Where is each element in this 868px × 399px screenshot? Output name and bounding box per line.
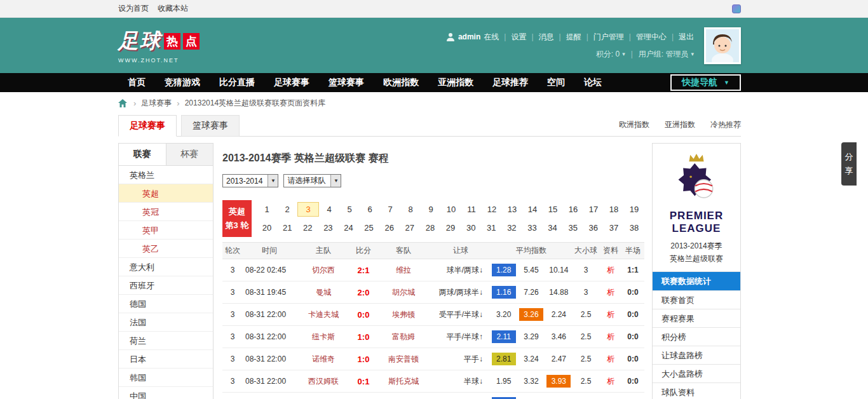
sidebar-item[interactable]: 法国: [119, 313, 213, 332]
index-link[interactable]: 亚洲指数: [665, 119, 695, 130]
user-menu-link[interactable]: 门户管理: [581, 32, 624, 43]
league-menu-item[interactable]: 大小盘路榜: [653, 364, 740, 382]
nav-item[interactable]: 足球推荐: [483, 77, 538, 88]
away-team-link[interactable]: 斯托克城: [388, 377, 419, 386]
user-menu-link[interactable]: 管理中心: [624, 32, 667, 43]
sidebar-item[interactable]: 英乙: [119, 240, 213, 258]
nav-item[interactable]: 篮球赛事: [319, 77, 374, 88]
user-menu-link[interactable]: 提醒: [554, 32, 581, 43]
nav-item[interactable]: 首页: [118, 77, 155, 88]
user-menu-link[interactable]: 设置: [499, 32, 526, 43]
round-number[interactable]: 23: [318, 220, 338, 235]
avatar[interactable]: [704, 27, 741, 64]
quick-nav-button[interactable]: 快捷导航 ▼: [670, 74, 741, 91]
season-select[interactable]: 2013-2014 ▼: [222, 174, 278, 187]
score-link[interactable]: 1:0: [358, 332, 370, 342]
sidebar-item[interactable]: 西班牙: [119, 276, 213, 295]
round-number[interactable]: 8: [400, 202, 421, 217]
round-number[interactable]: 31: [481, 220, 501, 235]
round-number[interactable]: 32: [501, 220, 522, 235]
nav-item[interactable]: 竞猜游戏: [155, 77, 210, 88]
team-select[interactable]: 请选择球队 ▼: [283, 174, 341, 187]
league-menu-item[interactable]: 联赛数据统计: [653, 271, 740, 290]
round-number[interactable]: 20: [257, 220, 277, 235]
nav-item[interactable]: 足球赛事: [264, 77, 319, 88]
theme-icon[interactable]: [732, 4, 741, 13]
sidebar-item[interactable]: 韩国: [119, 369, 213, 387]
round-number[interactable]: 28: [420, 220, 440, 235]
home-team-link[interactable]: 卡迪夫城: [308, 310, 339, 319]
sidebar-item[interactable]: 中国: [119, 387, 213, 399]
sidebar-item[interactable]: 荷兰: [119, 332, 213, 350]
score-link[interactable]: 0:0: [358, 310, 370, 320]
league-menu-item[interactable]: 让球盘路榜: [653, 346, 740, 364]
round-number[interactable]: 21: [277, 220, 297, 235]
away-team-link[interactable]: 埃弗顿: [392, 310, 415, 319]
analysis-link[interactable]: 析: [607, 355, 614, 363]
away-team-link[interactable]: 富勒姆: [392, 332, 415, 341]
site-logo[interactable]: 足球 热 点 WWW.ZHOT.NET: [118, 27, 200, 64]
round-number[interactable]: 24: [338, 220, 358, 235]
round-number[interactable]: 7: [380, 202, 400, 217]
away-team-link[interactable]: 维拉: [396, 266, 411, 274]
score-link[interactable]: 2:0: [358, 288, 370, 297]
analysis-link[interactable]: 析: [607, 266, 614, 274]
user-menu-link[interactable]: 消息: [526, 32, 553, 43]
home-team-link[interactable]: 切尔西: [312, 266, 335, 274]
analysis-link[interactable]: 析: [607, 310, 614, 319]
sidebar-item[interactable]: 德国: [119, 295, 213, 313]
usergroup-dropdown[interactable]: 用户组: 管理员 ▾: [639, 49, 694, 60]
round-number[interactable]: 2: [277, 202, 297, 217]
round-number[interactable]: 19: [624, 202, 644, 217]
round-number[interactable]: 37: [604, 220, 624, 235]
score-link[interactable]: 0:1: [358, 377, 370, 386]
home-team-link[interactable]: 西汉姆联: [308, 377, 339, 386]
round-number[interactable]: 35: [563, 220, 583, 235]
round-number[interactable]: 5: [339, 202, 360, 217]
round-number[interactable]: 25: [359, 220, 379, 235]
topbar-link[interactable]: 设为首页: [118, 3, 149, 14]
league-menu-item[interactable]: 球队资料: [653, 382, 740, 399]
round-number[interactable]: 29: [440, 220, 461, 235]
home-team-link[interactable]: 纽卡斯: [312, 332, 335, 341]
sidebar-item[interactable]: 意大利: [119, 258, 213, 276]
sidebar-item[interactable]: 英超: [119, 184, 213, 203]
round-number[interactable]: 14: [522, 202, 543, 217]
points-dropdown[interactable]: 积分: 0 ▾: [596, 49, 625, 60]
sidebar-tab[interactable]: 联赛: [119, 144, 166, 165]
round-number[interactable]: 27: [400, 220, 420, 235]
round-number[interactable]: 16: [563, 202, 583, 217]
home-team-link[interactable]: 曼城: [316, 288, 331, 297]
nav-item[interactable]: 空间: [538, 77, 574, 88]
away-team-link[interactable]: 南安普顿: [388, 355, 419, 363]
username[interactable]: admin: [458, 32, 480, 41]
nav-item[interactable]: 欧洲指数: [374, 77, 428, 88]
sidebar-item[interactable]: 英格兰: [119, 166, 213, 184]
content-tab[interactable]: 足球赛事: [118, 115, 177, 137]
nav-item[interactable]: 亚洲指数: [428, 77, 483, 88]
content-tab[interactable]: 篮球赛事: [181, 115, 240, 137]
nav-item[interactable]: 比分直播: [210, 77, 264, 88]
round-number[interactable]: 13: [502, 202, 522, 217]
round-number[interactable]: 18: [604, 202, 624, 217]
round-number[interactable]: 30: [461, 220, 481, 235]
round-number[interactable]: 4: [319, 202, 339, 217]
round-number[interactable]: 38: [624, 220, 644, 235]
index-link[interactable]: 欧洲指数: [619, 119, 649, 130]
index-link[interactable]: 冷热推荐: [710, 119, 741, 130]
analysis-link[interactable]: 析: [607, 288, 614, 297]
round-number[interactable]: 36: [583, 220, 604, 235]
round-number[interactable]: 34: [543, 220, 563, 235]
breadcrumb-item[interactable]: 足球赛事: [141, 98, 172, 109]
round-number[interactable]: 26: [379, 220, 400, 235]
breadcrumb-item[interactable]: 20132014英格兰超级联赛联赛页面资料库: [185, 98, 325, 109]
round-number[interactable]: 22: [297, 220, 318, 235]
round-number[interactable]: 17: [583, 202, 604, 217]
round-number[interactable]: 1: [257, 202, 277, 217]
round-number[interactable]: 15: [543, 202, 563, 217]
score-link[interactable]: 1:0: [358, 355, 370, 364]
share-tab[interactable]: 分享: [841, 142, 857, 186]
home-icon[interactable]: [118, 99, 127, 107]
league-menu-item[interactable]: 赛程赛果: [653, 309, 740, 327]
round-number[interactable]: 3: [297, 202, 319, 217]
